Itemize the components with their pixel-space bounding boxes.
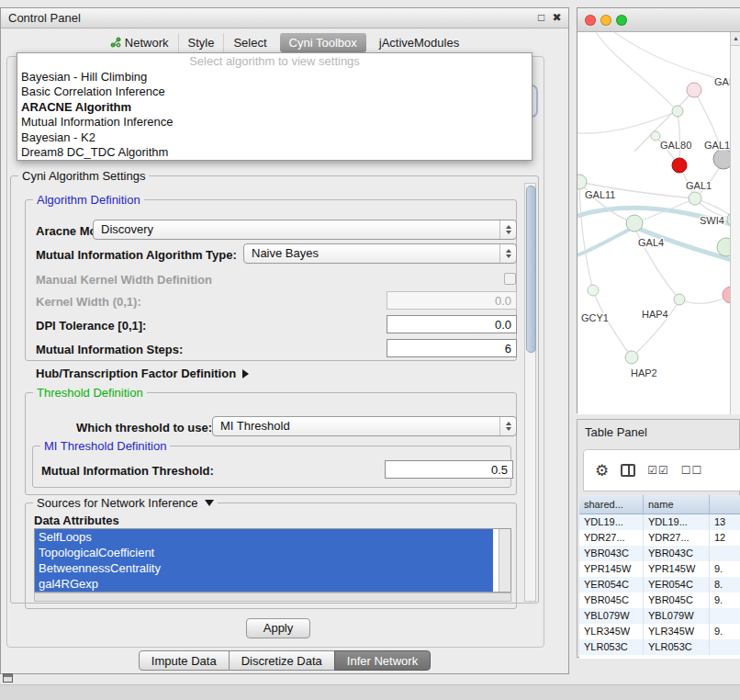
infer-network-tab[interactable]: Infer Network: [334, 650, 431, 671]
tab-network[interactable]: Network: [101, 33, 178, 52]
network-canvas[interactable]: GAL8GAL80GAL10GAL11GAL1SWI4GAL4GCY1HAP4H…: [577, 32, 740, 414]
table-cell: YBL079W: [579, 608, 644, 624]
settings-vscrollbar[interactable]: [524, 183, 536, 602]
deselect-all-columns-icon[interactable]: ☐☐: [681, 464, 703, 477]
float-window-icon[interactable]: □: [534, 11, 548, 24]
tab-jactivemodules[interactable]: jActiveModules: [370, 33, 468, 52]
tab-cyni-toolbox-label: Cyni Toolbox: [289, 36, 357, 50]
aracne-mode-select[interactable]: Discovery: [93, 220, 517, 240]
graph-node[interactable]: [674, 294, 685, 305]
algorithm-dropdown-popup: Select algorithm to view settings Bayesi…: [17, 52, 533, 161]
threshold-definition-title: Threshold Definition: [33, 386, 147, 400]
dpi-tolerance-field[interactable]: 0.0: [387, 315, 517, 333]
tab-style-label: Style: [188, 36, 215, 50]
status-strip: [0, 684, 740, 700]
select-all-columns-icon[interactable]: ☑☑: [647, 464, 669, 477]
table-row[interactable]: YER054CYER054C8.: [579, 577, 740, 593]
algorithm-option[interactable]: ARACNE Algorithm: [17, 100, 532, 116]
column-header-name[interactable]: name: [644, 495, 710, 514]
graph-node-label: SWI4: [700, 215, 724, 226]
table-cell: YLR345W: [579, 624, 644, 639]
table-cell: YDR27...: [644, 530, 710, 546]
minimize-traffic-light[interactable]: [600, 15, 611, 26]
tab-style[interactable]: Style: [178, 33, 224, 52]
table-row[interactable]: YBR043CYBR043C: [579, 546, 740, 561]
discretize-data-tab[interactable]: Discretize Data: [229, 650, 335, 671]
algorithm-placeholder-option[interactable]: Select algorithm to view settings: [17, 54, 532, 70]
mi-threshold-field[interactable]: 0.5: [385, 460, 513, 479]
attribute-list-item[interactable]: SelfLoops: [35, 529, 493, 545]
graph-node[interactable]: [672, 158, 687, 173]
table-cell: 9.: [710, 624, 740, 639]
cyni-mode-tabs: Impute Data Discretize Data Infer Networ…: [1, 650, 568, 671]
table-row[interactable]: YPR145WYPR145W9.: [579, 561, 740, 577]
graph-node-label: HAP2: [631, 367, 657, 378]
hub-definition-expander[interactable]: Hub/Transcription Factor Definition: [36, 367, 249, 380]
algorithm-option[interactable]: Mutual Information Inference: [17, 115, 532, 130]
table-row[interactable]: YDR27...YDR27...12: [579, 530, 740, 546]
table-panel-title: Table Panel: [585, 425, 647, 439]
table-settings-gear-icon[interactable]: ⚙: [595, 463, 609, 479]
close-window-icon[interactable]: ✖: [550, 11, 564, 24]
table-row[interactable]: YLR345WYLR345W9.: [579, 624, 740, 639]
column-header-shared-name[interactable]: shared...: [579, 495, 644, 514]
table-row[interactable]: YBL079WYBL079W: [579, 608, 740, 624]
table-row[interactable]: YLR053CYLR053C: [579, 639, 740, 655]
scroll-up-arrow-icon[interactable]: ▲: [731, 32, 740, 46]
zoom-traffic-light[interactable]: [616, 15, 627, 26]
graph-node[interactable]: [588, 285, 599, 296]
tab-jactivemodules-label: jActiveModules: [379, 36, 459, 50]
attribute-list-item[interactable]: gal4RGexp: [35, 576, 493, 592]
table-cell: YDL19...: [579, 514, 644, 530]
mi-type-select[interactable]: Naive Bayes: [243, 243, 517, 264]
graph-node[interactable]: [672, 106, 683, 117]
table-row[interactable]: YDL19...YDL19...13: [579, 514, 740, 530]
combo-arrows-icon: [499, 220, 516, 239]
attribute-list-vscrollbar[interactable]: [499, 529, 510, 592]
graph-edge: [577, 227, 634, 255]
which-threshold-value: MI Threshold: [220, 419, 290, 433]
graph-node-label: GCY1: [581, 312, 609, 323]
graph-node[interactable]: [625, 351, 638, 364]
graph-edge: [634, 198, 695, 223]
graph-node[interactable]: [577, 175, 587, 189]
graph-node[interactable]: [651, 131, 660, 141]
settings-vscrollbar-thumb[interactable]: [526, 186, 536, 353]
algorithm-option[interactable]: Bayesian - Hill Climbing: [17, 70, 532, 85]
algorithm-option[interactable]: Dream8 DC_TDC Algorithm: [17, 145, 532, 161]
mi-steps-field[interactable]: 6: [387, 339, 517, 357]
table-row[interactable]: YBR045CYBR045C9.: [579, 593, 740, 608]
dpi-tolerance-label: DPI Tolerance [0,1]:: [36, 319, 146, 333]
attribute-list-hscrollbar[interactable]: [34, 593, 511, 602]
apply-button[interactable]: Apply: [246, 618, 310, 638]
graph-node[interactable]: [626, 215, 643, 231]
sources-label: Sources for Network Inference: [37, 496, 198, 510]
algorithm-option[interactable]: Basic Correlation Inference: [17, 85, 532, 100]
attribute-list-item[interactable]: BetweennessCentrality: [35, 560, 493, 576]
tab-select[interactable]: Select: [223, 33, 275, 52]
impute-data-tab[interactable]: Impute Data: [139, 650, 230, 671]
show-columns-icon[interactable]: [621, 464, 635, 477]
close-traffic-light[interactable]: [585, 15, 596, 26]
manual-kernel-checkbox[interactable]: [504, 273, 516, 285]
algorithm-option[interactable]: Bayesian - K2: [17, 130, 532, 146]
graph-node[interactable]: [689, 192, 701, 205]
table-cell: [710, 546, 740, 561]
table-cell: YLR053C: [579, 639, 644, 655]
aracne-mode-value: Discovery: [101, 222, 153, 236]
table-cell: YER054C: [579, 577, 644, 593]
network-vscrollbar[interactable]: ▲: [730, 32, 740, 414]
kernel-width-field[interactable]: 0.0: [387, 291, 517, 310]
column-header-extra[interactable]: [710, 495, 740, 514]
graph-node-label: GAL4: [638, 237, 664, 248]
table-cell: YDL19...: [644, 514, 710, 530]
expander-expanded-icon: [205, 500, 214, 506]
restore-panel-icon[interactable]: [3, 673, 13, 683]
graph-node[interactable]: [687, 83, 701, 97]
sources-expander[interactable]: Sources for Network Inference: [33, 496, 218, 510]
attribute-list-item[interactable]: TopologicalCoefficient: [35, 545, 493, 560]
manual-kernel-label: Manual Kernel Width Definition: [36, 273, 212, 287]
which-threshold-select[interactable]: MI Threshold: [212, 416, 517, 436]
tab-cyni-toolbox[interactable]: Cyni Toolbox: [280, 33, 366, 52]
cyni-algorithm-settings-title: Cyni Algorithm Settings: [18, 169, 149, 183]
